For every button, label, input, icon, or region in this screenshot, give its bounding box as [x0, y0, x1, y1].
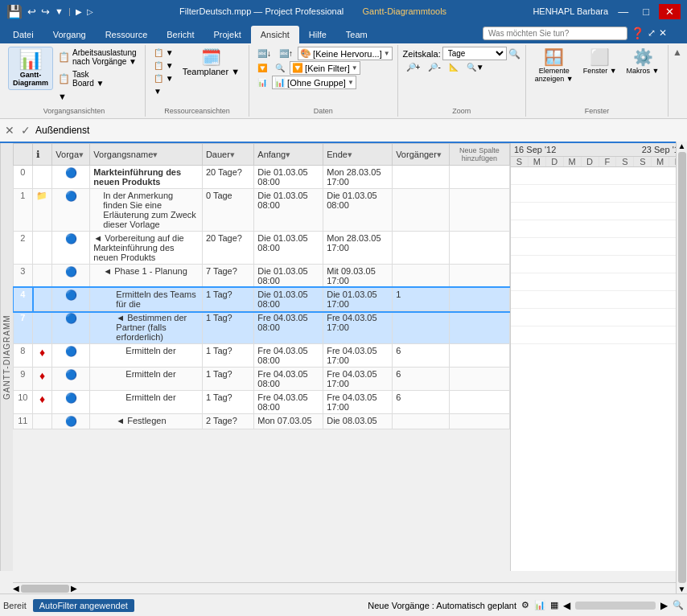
vertical-scrollbar[interactable]: ▲ ▼: [676, 142, 687, 593]
fenster-btn[interactable]: ⬜ Fenster ▼: [579, 47, 621, 77]
gantt-diagramm-button[interactable]: 📊 Gantt-Diagramm: [8, 47, 53, 90]
table-row[interactable]: 2 🔵 ◄ Vorbereitung auf die Markteinführu…: [14, 232, 510, 265]
scroll-down-btn[interactable]: ▼: [678, 585, 686, 593]
tab-bericht[interactable]: Bericht: [157, 26, 204, 43]
table-row[interactable]: 9 ♦ 🔵 Ermitteln der 1 Tag? Fre 04.03.050…: [14, 368, 510, 391]
quick-access-undo[interactable]: ↩: [27, 6, 36, 18]
tab-team[interactable]: Team: [336, 26, 377, 43]
search-btn[interactable]: 🔍: [272, 62, 288, 74]
row-11-icon: 🔵: [52, 414, 90, 429]
gantt-day-s1: S: [511, 157, 529, 166]
table-row[interactable]: 8 ♦ 🔵 Ermitteln der 1 Tag? Fre 04.03.050…: [14, 344, 510, 368]
expand-btn[interactable]: ⤢: [648, 27, 656, 39]
col-vorganger[interactable]: Vorgänger▾: [393, 144, 450, 166]
ressourceansichten-content: 📋 ▼ 📋 ▼ 📋 ▼ ▼ 🗓️ Teamplaner ▼: [150, 47, 244, 105]
row-4-name: Ermitteln des Teams für die: [90, 288, 203, 311]
alert-icon: ♦: [39, 346, 45, 359]
scroll-thumb[interactable]: [678, 152, 686, 583]
quick-access-btn[interactable]: ▶: [76, 7, 82, 16]
filter-btn[interactable]: 🔽: [254, 62, 270, 74]
teamplaner-btn[interactable]: 🗓️ Teamplaner ▼: [179, 47, 244, 79]
ribbon-group-daten: 🔤↓ 🔤↑ 🎨 [Keine Hervoru...] ▼ 🔽 🔍 🔽 [Kein…: [249, 45, 398, 117]
ressource-btn4[interactable]: ▼: [150, 85, 177, 97]
help-icon[interactable]: ❓: [631, 27, 644, 39]
table-row[interactable]: 0 🔵 Markteinführung des neuen Produkts 2…: [14, 166, 510, 189]
table-row[interactable]: 4 🔵 Ermitteln des Teams für die 1 Tag? D…: [14, 288, 510, 311]
col-anfang[interactable]: Anfang▾: [254, 144, 323, 166]
tab-ansicht[interactable]: Ansicht: [251, 26, 299, 43]
ressource-btn3[interactable]: 📋 ▼: [150, 72, 177, 84]
scroll-left-h-btn[interactable]: ◀: [13, 584, 19, 593]
fenster-label: Fenster: [585, 105, 610, 115]
table-row[interactable]: 3 🔵 ◄ Phase 1 - Planung 7 Tage? Die 01.0…: [14, 265, 510, 288]
row-8-vorganger: 6: [393, 344, 450, 368]
tab-datei[interactable]: Datei: [3, 26, 43, 43]
row-2-dauer: 20 Tage?: [202, 232, 253, 265]
row-11-ende: Die 08.03.05: [323, 414, 393, 429]
col-neue-spalte[interactable]: Neue Spaltehinzufügen: [449, 144, 509, 166]
h-scroll-thumb[interactable]: [21, 585, 69, 593]
sort-az-btn[interactable]: 🔤↓: [254, 47, 274, 60]
kein-filter-dropdown[interactable]: 🔽 [Kein Filter] ▼: [290, 61, 360, 75]
elemente-icon: 🪟: [544, 49, 564, 65]
row-1-name: In der Anmerkung finden Sie eine Erläute…: [90, 189, 203, 232]
col-ende[interactable]: Ende▾: [323, 144, 393, 166]
zoom-fit-btn[interactable]: 📐: [446, 61, 462, 73]
table-row[interactable]: 11 🔵 ◄ Festlegen 2 Tage? Mon 07.03.05 Di…: [14, 414, 510, 429]
zoom-out-btn[interactable]: 🔎-: [425, 61, 443, 73]
quick-access-extra[interactable]: ▼: [55, 6, 64, 16]
status-icon1[interactable]: ⚙: [521, 600, 529, 610]
mehr-btn[interactable]: ▼: [55, 90, 140, 103]
ressource-btn1[interactable]: 📋 ▼: [150, 47, 177, 59]
gantt-body: [511, 167, 687, 571]
ribbon-group-fenster: 🪟 Elementeanzeigen ▼ ⬜ Fenster ▼ ⚙️ Makr…: [526, 45, 669, 117]
tab-ressource[interactable]: Ressource: [96, 26, 158, 43]
horizontal-scrollbar[interactable]: ◀ ▶: [13, 582, 676, 593]
filter-input[interactable]: [35, 125, 684, 136]
gruppe-btn[interactable]: 📊: [254, 76, 270, 88]
status-icon2[interactable]: 📊: [534, 600, 545, 610]
scroll-right-h-btn[interactable]: ▶: [71, 584, 77, 593]
row-0-vorganger: [393, 166, 450, 189]
filter-close-btn[interactable]: ✕: [3, 122, 16, 138]
zoom-in-btn[interactable]: 🔎+: [403, 61, 424, 73]
col-dauer[interactable]: Dauer▾: [202, 144, 253, 166]
close-panel-btn[interactable]: ✕: [659, 27, 667, 39]
tab-hilfe[interactable]: Hilfe: [299, 26, 336, 43]
sort-za-btn[interactable]: 🔤↑: [276, 47, 296, 60]
col-vorgangsname[interactable]: Vorgangsname▾: [90, 144, 203, 166]
scroll-right-btn[interactable]: ▶: [660, 600, 668, 611]
zeitskala-select[interactable]: Tage Wochen Monate: [442, 47, 507, 60]
tab-vorgang[interactable]: Vorgang: [43, 26, 96, 43]
search-input[interactable]: [483, 27, 627, 40]
filter-check-btn[interactable]: ✓: [19, 122, 32, 138]
ohne-gruppe-dropdown[interactable]: 📊 [Ohne Gruppe] ▼: [272, 76, 356, 89]
zoom-search-icon[interactable]: 🔍: [508, 48, 520, 60]
task-board-btn[interactable]: 📋 TaskBoard ▼: [55, 68, 140, 89]
table-row[interactable]: 7 🔵 ◄ Bestimmen der Partner (falls erfor…: [14, 311, 510, 344]
table-row[interactable]: 10 ♦ 🔵 Ermitteln der 1 Tag? Fre 04.03.05…: [14, 391, 510, 414]
maximize-btn[interactable]: □: [638, 4, 654, 19]
status-icon3[interactable]: ▦: [550, 600, 558, 610]
zoom-icon-btn[interactable]: 🔍▼: [463, 61, 487, 73]
minimize-btn[interactable]: —: [613, 4, 633, 19]
row-3-name: ◄ Phase 1 - Planung: [90, 265, 203, 288]
col-vorgang[interactable]: Vorga▾: [52, 144, 90, 166]
collapse-ribbon-btn[interactable]: ▲: [671, 45, 684, 117]
status-bar: Bereit AutoFilter angewendet Neue Vorgän…: [0, 593, 687, 616]
fenster-content: 🪟 Elementeanzeigen ▼ ⬜ Fenster ▼ ⚙️ Makr…: [531, 47, 664, 105]
makros-btn[interactable]: ⚙️ Makros ▼: [623, 47, 664, 77]
scroll-left-btn[interactable]: ◀: [563, 600, 570, 611]
zoom-slider[interactable]: [575, 602, 656, 610]
quick-access-redo[interactable]: ↪: [41, 6, 50, 18]
scroll-up-btn[interactable]: ▲: [678, 142, 686, 150]
app-icon: 💾: [6, 4, 23, 19]
ressource-btn2[interactable]: 📋 ▼: [150, 60, 177, 72]
elemente-btn[interactable]: 🪟 Elementeanzeigen ▼: [531, 47, 578, 85]
table-row[interactable]: 1 📁 🔵 In der Anmerkung finden Sie eine E…: [14, 189, 510, 232]
close-btn[interactable]: ✕: [659, 4, 681, 19]
arbeitsauslastung-btn[interactable]: 📋 Arbeitsauslastungnach Vorgänge ▼: [55, 47, 140, 68]
quick-access-btn2[interactable]: ▷: [87, 7, 93, 16]
tab-projekt[interactable]: Projekt: [204, 26, 251, 43]
keine-hervor-dropdown[interactable]: 🎨 [Keine Hervoru...] ▼: [298, 47, 393, 60]
